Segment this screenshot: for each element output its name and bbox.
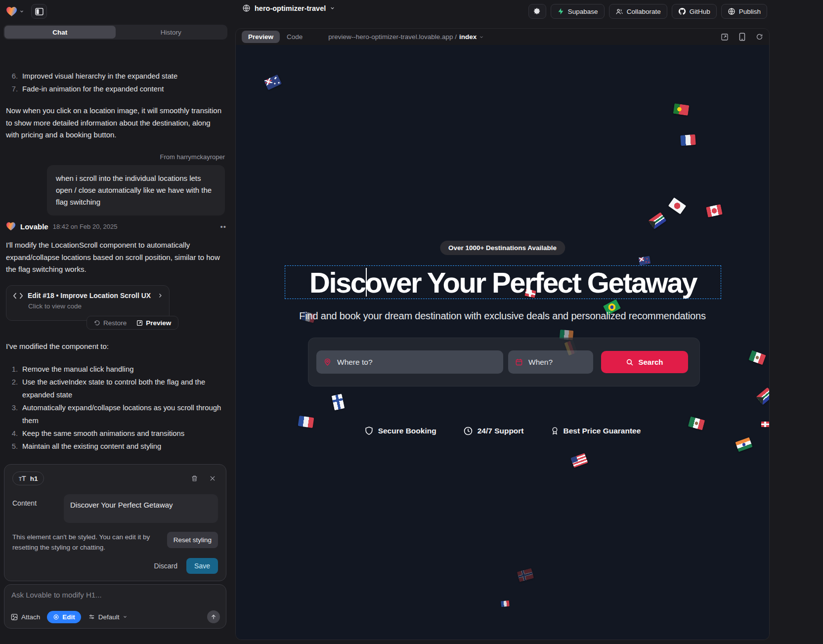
default-mode-button[interactable]: Default [88,613,128,621]
features-row: Secure Booking 24/7 Support Best Price G… [236,426,769,436]
mobile-view-button[interactable] [739,33,745,41]
url-chevron-down-icon [479,35,484,40]
url-host: preview--hero-optimizer-travel.lovable.a… [328,33,457,41]
delete-element-button[interactable] [191,474,198,482]
settings-button[interactable] [528,4,546,19]
tab-code[interactable]: Code [287,33,303,41]
arrow-up-icon [211,614,217,620]
code-icon [13,293,23,299]
attach-button[interactable]: Attach [10,613,40,621]
project-name: hero-optimizer-travel [255,4,326,12]
flag-au-icon [264,75,282,90]
when-placeholder: When? [528,358,553,367]
list-number: 4. [6,427,18,440]
chat-composer: Attach Edit Default [4,584,226,629]
close-icon [209,475,216,482]
refresh-button[interactable] [756,33,763,41]
external-link-icon [136,320,143,326]
restore-button[interactable]: Restore [89,317,131,329]
flag-fi-icon [332,394,345,411]
flag-ca-icon [706,204,723,217]
github-button[interactable]: GitHub [672,4,717,19]
list-item: Use the activeIndex state to control bot… [22,376,222,401]
lovable-heart-icon[interactable] [6,6,17,17]
assistant-paragraph: Now when you click on a location image, … [6,105,223,141]
tab-history[interactable]: History [116,26,227,39]
project-menu[interactable]: hero-optimizer-travel [242,4,335,12]
logo-chevron-down-icon[interactable] [19,9,24,14]
chat-history-tabs: Chat History [3,25,227,40]
assistant-paragraph: I've modified the component to: [6,341,223,353]
reset-styling-button[interactable]: Reset styling [167,532,218,548]
site-viewport: Over 1000+ Destinations Available Discov… [236,45,769,640]
discard-button[interactable]: Discard [154,562,177,570]
assistant-name: Lovable [20,222,48,231]
publish-button[interactable]: Publish [721,4,767,19]
refresh-icon [756,33,763,41]
sidebar-panel-icon [35,8,43,15]
message-timestamp: 18:42 on Feb 20, 2025 [53,223,118,230]
github-icon [678,7,686,15]
user-message-bubble: when i scroll into the individual locati… [47,165,225,215]
save-button[interactable]: Save [186,558,218,574]
project-chevron-down-icon [330,5,335,11]
preview-panel: Preview Code preview--hero-optimizer-tra… [235,28,770,640]
open-external-icon [721,33,729,41]
message-more-options-button[interactable]: •• [220,222,226,231]
gear-icon [533,7,541,16]
tab-chat[interactable]: Chat [4,26,116,39]
element-editor-panel: h1 Content Discover Your Perfect Getaway… [4,464,226,581]
send-button[interactable] [207,610,220,623]
tab-preview[interactable]: Preview [242,31,280,43]
list-item: Maintain all the existing content and st… [22,440,222,453]
preview-change-button[interactable]: Preview [131,317,176,329]
flag-fr-icon [680,134,695,146]
feature-best-price: Best Price Guarantee [551,426,641,436]
assistant-steps-list: 1.Remove the manual click handling 2.Use… [6,363,222,453]
flag-pt-icon [673,103,690,116]
list-number: 7. [6,83,18,95]
location-pin-icon [323,357,332,367]
collaborate-button[interactable]: Collaborate [609,4,667,19]
preview-header: Preview Code preview--hero-optimizer-tra… [236,29,769,45]
content-label: Content [12,494,57,523]
globe-icon [242,4,251,12]
edit-card-subtitle: Click to view code [28,302,163,310]
preview-url[interactable]: preview--hero-optimizer-travel.lovable.a… [328,33,484,41]
assistant-paragraph: I'll modify the LocationScroll component… [6,239,223,276]
chat-panel: Chat History 6.Improved visual hierarchy… [0,23,233,644]
edit-mode-button[interactable]: Edit [47,611,81,623]
content-textarea[interactable]: Discover Your Perfect Getaway [64,494,218,523]
text-caret [366,268,367,297]
flag-in-icon [735,437,752,452]
flag-no-icon [517,568,534,582]
publish-globe-icon [728,7,736,15]
composer-input[interactable] [11,591,219,599]
list-item: Automatically expand/collapse locations … [22,401,222,427]
list-number: 6. [6,70,18,83]
edit-card-title: Edit #18 • Improve Location Scroll UX [28,292,151,300]
close-panel-button[interactable] [209,474,216,482]
list-item: Remove the manual click handling [22,363,222,376]
list-number: 5. [6,440,18,453]
sliders-icon [88,613,95,620]
assistant-list-top: 6.Improved visual hierarchy in the expan… [6,70,225,95]
element-tag-label: h1 [30,475,38,482]
hero-title[interactable]: Discover Your Perfect Getaway [309,266,696,299]
sidebar-toggle-button[interactable] [31,4,47,19]
message-from-label: From harrymckayroper [160,153,225,161]
feature-support: 24/7 Support [463,426,524,436]
calendar-icon [515,358,523,366]
list-item: Improved visual hierarchy in the expande… [22,70,225,83]
flag-za-icon [649,212,667,229]
supabase-button[interactable]: Supabase [551,4,605,19]
open-in-new-tab-button[interactable] [721,33,729,41]
image-attach-icon [10,613,18,621]
top-bar: hero-optimizer-travel Supabase Collabora… [0,0,823,23]
when-input[interactable]: When? [508,350,593,374]
hero-subtitle: Find and book your dream destination wit… [236,310,769,322]
search-button[interactable]: Search [601,351,688,373]
collaborate-users-icon [615,8,623,15]
where-to-input[interactable]: Where to? [316,350,503,374]
flag-us-icon [570,453,588,468]
